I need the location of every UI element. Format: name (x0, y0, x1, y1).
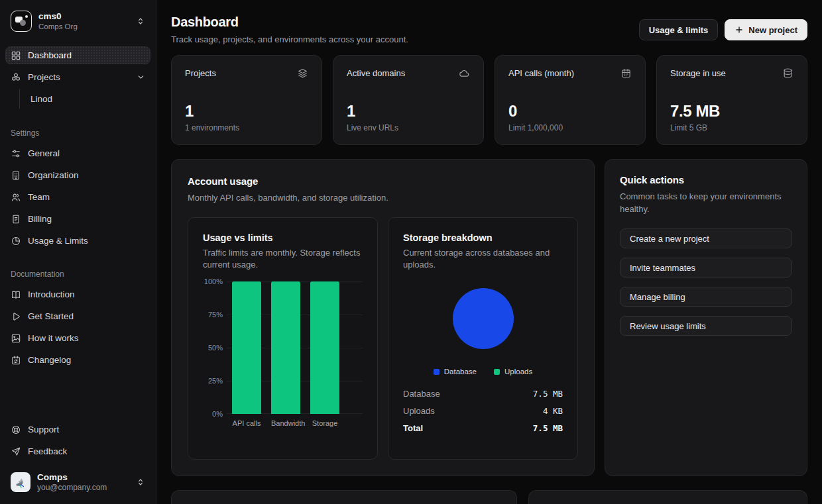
row-label: Total (403, 423, 423, 433)
stat-caption: 1 environments (185, 123, 308, 132)
sidebar-item-label: Team (28, 192, 50, 202)
sidebar-item-feedback[interactable]: Feedback (5, 442, 150, 460)
stat-caption: Limit 1,000,000 (508, 123, 632, 132)
main-content: Dashboard Track usage, projects, and env… (156, 0, 822, 504)
calendar-sync-icon (11, 355, 21, 366)
sidebar-item-label: Get Started (28, 311, 74, 321)
sidebar-item-how-it-works[interactable]: How it works (5, 329, 150, 347)
table-row-total: Total 7.5 MB (403, 419, 563, 436)
sidebar-item-support[interactable]: Support (5, 421, 150, 438)
new-project-button[interactable]: New project (725, 19, 807, 40)
sidebar-item-label: General (28, 148, 60, 158)
usage-limits-button-label: Usage & limits (649, 25, 709, 35)
sidebar-item-changelog[interactable]: Changelog (5, 351, 150, 369)
sidebar-footer: Support Feedback Comps you@company.com (5, 421, 150, 496)
bar-chart-x-labels: API calls Bandwidth Storage (227, 419, 363, 427)
storage-table: Database 7.5 MB Uploads 4 KB Total 7.5 M… (403, 385, 563, 436)
user-meta: Comps you@company.com (37, 472, 129, 492)
page-header-text: Dashboard Track usage, projects, and env… (171, 15, 408, 44)
user-menu[interactable]: Comps you@company.com (5, 468, 150, 496)
settings-section-label: Settings (5, 128, 150, 138)
storage-breakdown-title: Storage breakdown (403, 232, 563, 243)
sidebar-item-general[interactable]: General (5, 144, 150, 162)
play-icon (11, 311, 21, 322)
page-header: Dashboard Track usage, projects, and env… (171, 15, 807, 44)
docs-section-label: Documentation (5, 270, 150, 279)
sidebar-item-label: How it works (28, 333, 79, 343)
new-project-button-label: New project (748, 25, 797, 35)
page-title: Dashboard (171, 15, 408, 30)
workspace-org: Comps Org (38, 22, 129, 31)
sidebar-item-get-started[interactable]: Get Started (5, 307, 150, 325)
receipt-icon (11, 214, 21, 225)
boxes-icon (11, 72, 21, 83)
sidebar-item-introduction[interactable]: Introduction (5, 285, 150, 303)
quick-actions-subtitle: Common tasks to keep your environments h… (620, 190, 792, 215)
bottom-left-card (171, 490, 517, 504)
sidebar-item-label: Dashboard (28, 50, 72, 60)
sidebar-item-projects[interactable]: Projects (5, 68, 150, 86)
sidebar-item-organization[interactable]: Organization (5, 166, 150, 184)
stat-caption: Live env URLs (347, 123, 470, 132)
sidebar-item-linod[interactable]: Linod (5, 90, 150, 107)
usage-limits-button[interactable]: Usage & limits (639, 19, 719, 40)
page-subtitle: Track usage, projects, and environments … (171, 34, 408, 44)
stat-title: Active domains (347, 68, 405, 78)
table-row: Database 7.5 MB (403, 385, 563, 402)
sidebar: cms0 Comps Org Dashboard Projects Linod (0, 0, 156, 504)
usage-vs-limits-subtitle: Traffic limits are monthly. Storage refl… (203, 247, 363, 271)
sidebar-main-nav: Dashboard Projects Linod (5, 46, 150, 111)
workspace-switcher[interactable]: cms0 Comps Org (5, 8, 150, 34)
y-tick-75: 75% (208, 311, 223, 319)
user-avatar (11, 472, 30, 492)
sidebar-item-dashboard[interactable]: Dashboard (5, 46, 150, 64)
sidebar-item-usage-limits[interactable]: Usage & Limits (5, 232, 150, 250)
bar-storage (310, 281, 339, 414)
chevrons-up-down-icon[interactable] (136, 17, 145, 26)
legend-item-database: Database (434, 368, 477, 376)
life-buoy-icon (11, 425, 21, 435)
quick-actions-title: Quick actions (620, 174, 792, 185)
legend-label: Database (444, 368, 477, 376)
create-project-button[interactable]: Create a new project (620, 228, 792, 248)
stat-value: 7.5 MB (670, 102, 793, 121)
y-tick-25: 25% (208, 377, 223, 385)
account-usage-title: Account usage (188, 176, 578, 187)
sidebar-item-label: Changelog (28, 355, 71, 365)
header-actions: Usage & limits New project (639, 19, 807, 40)
user-name: Comps (37, 472, 129, 483)
bar-chart-y-axis: 100% 75% 50% 25% 0% (203, 281, 227, 414)
usage-vs-limits-title: Usage vs limits (203, 232, 363, 243)
sidebar-item-label: Projects (28, 72, 60, 82)
calendar-icon (620, 68, 632, 79)
database-icon (782, 68, 793, 79)
chevrons-up-down-icon[interactable] (136, 478, 145, 487)
y-tick-0: 0% (212, 410, 223, 418)
sidebar-item-label: Billing (28, 214, 52, 224)
sidebar-item-billing[interactable]: Billing (5, 210, 150, 228)
row-label: Database (403, 389, 440, 399)
legend-label: Uploads (504, 368, 532, 376)
sidebar-settings-nav: General Organization Team Billing Usage … (5, 144, 150, 254)
review-usage-limits-button[interactable]: Review usage limits (620, 316, 792, 336)
x-label-bandwidth: Bandwidth (271, 419, 300, 427)
database-swatch (434, 369, 440, 375)
sidebar-item-team[interactable]: Team (5, 188, 150, 206)
y-tick-50: 50% (208, 344, 223, 352)
stat-title: Storage in use (670, 68, 726, 78)
usage-vs-limits-card: Usage vs limits Traffic limits are month… (188, 217, 378, 460)
storage-breakdown-subtitle: Current storage across databases and upl… (403, 247, 563, 271)
chevron-down-icon[interactable] (137, 73, 145, 81)
stat-card-projects: Projects 1 1 environments (171, 55, 322, 145)
invite-teammates-button[interactable]: Invite teammates (620, 258, 792, 277)
manage-billing-button[interactable]: Manage billing (620, 287, 792, 307)
sidebar-docs-nav: Introduction Get Started How it works Ch… (5, 285, 150, 373)
bar-bandwidth (271, 281, 300, 414)
pie-legend: Database Uploads (403, 368, 563, 376)
bottom-right-card (528, 490, 807, 504)
x-label-storage: Storage (310, 419, 339, 427)
stat-value: 1 (347, 102, 470, 121)
quick-actions-card: Quick actions Common tasks to keep your … (605, 159, 807, 476)
storage-pie (453, 288, 514, 349)
row-label: Uploads (403, 406, 435, 416)
